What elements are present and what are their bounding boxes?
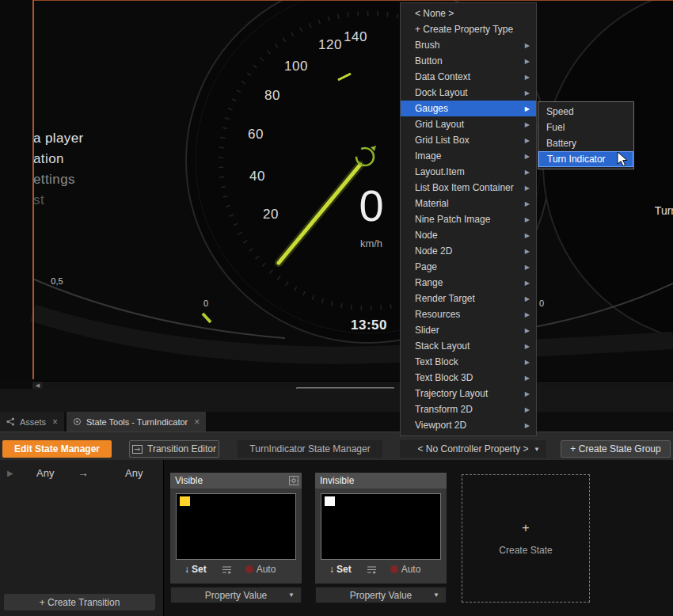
menu-item-render-target[interactable]: Render Target▶ (401, 291, 536, 306)
menu-item-list-box-item-container[interactable]: List Box Item Container▶ (401, 180, 536, 196)
menu-item-nine-patch-image[interactable]: Nine Patch Image▶ (401, 211, 536, 227)
menu-item-create-property-type[interactable]: + Create Property Type (401, 21, 536, 37)
set-label: Set (336, 564, 352, 575)
property-list-icon[interactable] (222, 565, 232, 574)
menu-item-layout-item[interactable]: Layout.Item▶ (401, 164, 536, 180)
submenu-arrow-icon: ▶ (525, 264, 530, 271)
bottom-tab-bar: Assets × State Tools - TurnIndicator × (0, 412, 673, 432)
close-icon[interactable]: × (52, 416, 58, 428)
close-icon[interactable]: × (194, 416, 200, 428)
panel-gap (0, 389, 673, 412)
state-card-header[interactable]: Invisible (315, 473, 447, 489)
menu-item-none[interactable]: < None > (401, 6, 536, 21)
submenu-arrow-icon: ▶ (525, 327, 530, 334)
set-button[interactable]: ↓ Set (184, 564, 207, 575)
transition-row-any-any[interactable]: ▶ Any → Any (0, 465, 164, 482)
state-card-header[interactable]: Visible (170, 473, 302, 489)
set-button[interactable]: ↓ Set (329, 564, 352, 575)
locate-icon[interactable] (289, 476, 298, 485)
turn-indicator-swatch (180, 496, 190, 506)
turn-indicator-swatch (325, 496, 335, 506)
menu-item-label: Text Block 3D (415, 372, 473, 383)
chevron-down-icon: ▼ (534, 446, 540, 453)
submenu-arrow-icon: ▶ (525, 375, 530, 382)
chevron-down-icon: ▼ (288, 591, 295, 599)
property-value-dropdown-visible[interactable]: Property Value ▼ (170, 587, 302, 603)
submenu-arrow-icon: ▶ (525, 216, 530, 223)
submenu-arrow-icon: ▶ (525, 232, 530, 239)
menu-item-label: Page (415, 261, 437, 272)
transition-editor-button[interactable]: Transition Editor (129, 440, 219, 458)
submenu-arrow-icon: ▶ (525, 406, 530, 413)
submenu-item-label: Speed (546, 106, 574, 117)
submenu-item-speed[interactable]: Speed (538, 104, 633, 120)
menu-item-resources[interactable]: Resources▶ (401, 306, 536, 322)
menu-item-grid-list-box[interactable]: Grid List Box▶ (401, 132, 536, 148)
gauge-tick-40: 40 (249, 169, 265, 184)
menu-item-text-block-3d[interactable]: Text Block 3D▶ (401, 370, 536, 386)
property-list-icon[interactable] (367, 565, 377, 574)
menu-item-text-block[interactable]: Text Block▶ (401, 354, 536, 370)
turn-edge-label: Turn (655, 204, 673, 217)
menu-item-image[interactable]: Image▶ (401, 148, 536, 164)
set-label: Set (192, 564, 207, 575)
menu-item-dock-layout[interactable]: Dock Layout▶ (401, 85, 536, 101)
menu-item-label: Resources (415, 309, 460, 320)
menu-item-label: Image (415, 150, 441, 162)
state-card-visible[interactable]: Visible ↓ Set (170, 473, 302, 584)
assets-icon (6, 417, 15, 426)
submenu-arrow-icon: ▶ (525, 184, 530, 192)
menu-item-label: Dock Layout (415, 87, 468, 98)
auto-toggle[interactable]: Auto (390, 564, 421, 575)
expander-icon[interactable]: ▶ (7, 469, 13, 477)
preview-canvas[interactable]: 140 120 100 80 60 40 20 0 km/h 13:50 0,5… (0, 0, 673, 381)
menu-item-material[interactable]: Material▶ (401, 196, 536, 211)
controller-property-dropdown[interactable]: < No Controller Property > ▼ (400, 440, 546, 458)
menu-item-trajectory-layout[interactable]: Trajectory Layout▶ (401, 386, 536, 401)
tab-label: Assets (20, 417, 46, 427)
menu-item-grid-layout[interactable]: Grid Layout▶ (401, 116, 536, 132)
menu-item-data-context[interactable]: Data Context▶ (401, 69, 536, 85)
gauge-min-right: 0 (539, 298, 544, 308)
gauge-min-left: 0 (203, 298, 208, 308)
menu-item-node[interactable]: Node▶ (401, 227, 536, 243)
create-state-label: Create State (499, 545, 552, 556)
down-arrow-icon: ↓ (184, 564, 189, 575)
menu-item-transform-2d[interactable]: Transform 2D▶ (401, 401, 536, 417)
auto-dot-icon (390, 565, 398, 573)
gauge-tick-60: 60 (248, 127, 264, 143)
submenu-item-fuel[interactable]: Fuel (538, 120, 633, 135)
menu-item-label: Viewport 2D (415, 420, 466, 431)
edit-state-manager-button[interactable]: Edit State Manager (2, 440, 112, 458)
state-thumbnail (321, 493, 441, 560)
menu-item-button[interactable]: Button▶ (401, 53, 536, 69)
menu-item-label: Trajectory Layout (415, 388, 488, 399)
arrow-right-icon: → (78, 466, 89, 479)
horizontal-scrollbar[interactable]: ◀ (32, 381, 673, 389)
tab-state-tools[interactable]: State Tools - TurnIndicator × (67, 412, 206, 432)
property-value-label: Property Value (350, 590, 413, 601)
state-card-invisible[interactable]: Invisible ↓ Set Auto (315, 473, 447, 584)
menu-item-node-2d[interactable]: Node 2D▶ (401, 243, 536, 259)
menu-item-gauges[interactable]: Gauges▶ (401, 101, 536, 116)
menu-item-viewport-2d[interactable]: Viewport 2D▶ (401, 417, 536, 433)
gauge-tick-80: 80 (264, 88, 280, 104)
selection-border-left (32, 0, 34, 379)
menu-item-stack-layout[interactable]: Stack Layout▶ (401, 338, 536, 354)
clock: 13:50 (351, 318, 387, 333)
submenu-arrow-icon: ▶ (525, 58, 530, 65)
submenu-item-battery[interactable]: Battery (538, 135, 633, 151)
auto-toggle[interactable]: Auto (245, 564, 276, 575)
submenu-arrow-icon: ▶ (525, 295, 530, 302)
tab-assets[interactable]: Assets × (0, 412, 64, 432)
create-transition-button[interactable]: + Create Transition (4, 594, 155, 610)
menu-item-page[interactable]: Page▶ (401, 259, 536, 275)
transitions-panel: ▶ Any → Any + Create Transition (0, 460, 164, 616)
create-state-group-button[interactable]: + Create State Group (561, 440, 671, 458)
menu-item-slider[interactable]: Slider▶ (401, 322, 536, 338)
create-state-button[interactable]: + Create State (462, 474, 590, 603)
menu-item-label: Button (415, 55, 443, 67)
property-value-dropdown-invisible[interactable]: Property Value ▼ (315, 587, 447, 603)
menu-item-range[interactable]: Range▶ (401, 275, 536, 291)
menu-item-brush[interactable]: Brush▶ (401, 37, 536, 53)
